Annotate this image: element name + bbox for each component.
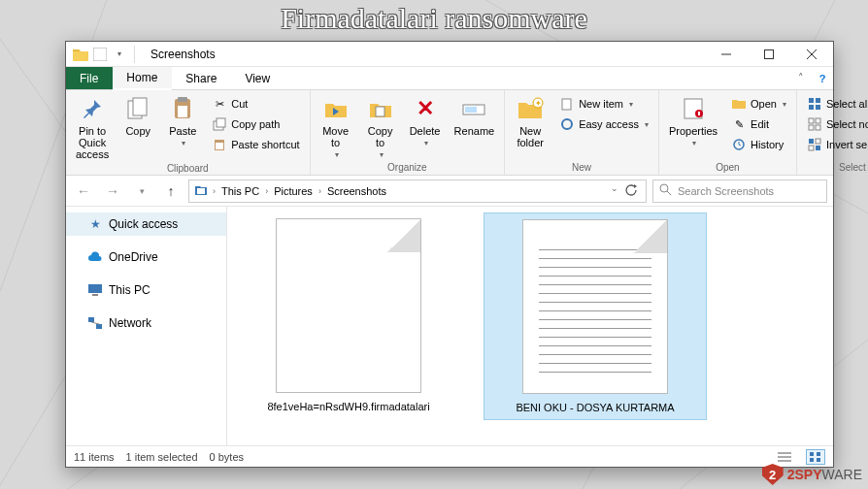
svg-rect-13 [133,98,147,115]
file-icon [276,218,421,393]
app-icon [91,46,109,63]
file-list[interactable]: 8fe1veHa=nRsdWH9.firmadatalari BENI OKU … [227,207,833,445]
navigation-pane: ★ Quick access OneDrive This PC [66,207,227,445]
addr-dropdown-icon[interactable]: ⌄ [611,183,618,199]
search-input[interactable]: Search Screenshots [652,179,827,203]
svg-rect-20 [216,143,223,149]
details-view-button[interactable] [775,449,794,465]
tab-home[interactable]: Home [113,67,172,90]
watermark: 2 2SPYWARE [762,464,862,485]
rename-icon [459,94,488,123]
easy-access-button[interactable]: Easy access▾ [555,114,652,134]
invert-selection-button[interactable]: Invert selection [803,135,868,154]
svg-rect-42 [809,146,814,150]
move-to-button[interactable]: Move to▾ [315,92,357,161]
easy-access-icon [559,116,575,132]
nav-up-button[interactable]: ↑ [159,179,183,203]
svg-rect-37 [816,118,820,123]
nav-forward-button[interactable]: → [101,179,124,203]
chevron-right-icon[interactable]: › [263,186,270,196]
svg-rect-15 [178,97,187,102]
tab-view[interactable]: View [231,67,284,89]
refresh-icon[interactable] [624,183,638,199]
svg-text:✦: ✦ [535,99,542,108]
select-all-button[interactable]: Select all [803,94,868,114]
pin-to-quick-access-button[interactable]: Pin to Quick access [70,92,115,162]
svg-rect-30 [698,112,700,115]
rename-button[interactable]: Rename [449,92,501,139]
window-titlebar: ▾ Screenshots [66,42,833,67]
cut-button[interactable]: ✂ Cut [208,94,303,114]
file-item-selected[interactable]: BENI OKU - DOSYA KURTARMA [484,212,707,420]
file-item[interactable]: 8fe1veHa=nRsdWH9.firmadatalari [237,212,460,418]
pin-icon [78,94,107,123]
pin-label: Pin to Quick access [76,125,109,160]
nav-recent-button[interactable]: ▾ [130,179,153,203]
breadcrumb[interactable]: Screenshots [325,185,388,197]
copy-button[interactable]: Copy [117,92,159,139]
nav-back-button[interactable]: ← [72,179,95,203]
shield-icon: 2 [762,464,784,485]
chevron-right-icon[interactable]: › [211,186,217,196]
history-icon [731,137,747,152]
icons-view-button[interactable] [806,449,825,465]
svg-rect-9 [765,49,774,58]
qat-dropdown-icon[interactable]: ▾ [111,46,128,63]
paste-button[interactable]: Paste ▾ [161,92,204,149]
new-item-icon [559,96,575,112]
status-bar: 11 items 1 item selected 0 bytes [66,445,833,467]
properties-icon [679,94,708,123]
breadcrumb[interactable]: This PC [219,185,261,197]
edit-button[interactable]: ✎ Edit [727,114,790,134]
address-field[interactable]: › This PC › Pictures › Screenshots ⌄ [188,179,647,203]
folder-icon [193,183,209,199]
svg-rect-56 [817,452,820,456]
history-button[interactable]: History [727,135,790,154]
open-button[interactable]: Open▾ [727,94,790,114]
svg-rect-36 [809,118,814,123]
window-title: Screenshots [145,48,705,61]
svg-rect-55 [810,452,814,456]
svg-rect-7 [93,48,107,61]
scissors-icon: ✂ [212,96,227,112]
select-none-icon [807,116,822,132]
svg-rect-47 [88,284,102,293]
help-icon[interactable]: ? [812,67,833,89]
svg-rect-58 [817,458,820,462]
svg-rect-39 [816,125,820,130]
tab-share[interactable]: Share [172,67,231,89]
group-label-organize: Organize [315,161,501,175]
edit-icon: ✎ [731,116,747,132]
tab-file[interactable]: File [66,67,113,89]
paste-shortcut-button[interactable]: Paste shortcut [208,135,303,154]
chevron-right-icon[interactable]: › [317,186,323,196]
text-file-icon [522,219,668,394]
delete-button[interactable]: ✕ Delete▾ [404,92,447,149]
computer-icon [87,282,103,298]
watermark-brand-a: 2SPY [787,467,822,482]
copy-to-button[interactable]: Copy to▾ [359,92,402,161]
new-folder-button[interactable]: ✦ New folder [509,92,551,150]
status-selection: 1 item selected [126,451,198,463]
new-item-button[interactable]: New item▾ [555,94,652,114]
maximize-button[interactable] [748,42,790,67]
minimize-button[interactable] [705,42,748,67]
folder-icon [72,46,89,63]
breadcrumb[interactable]: Pictures [272,185,315,197]
copy-label: Copy [125,125,150,137]
file-name: BENI OKU - DOSYA KURTARMA [516,402,674,413]
properties-button[interactable]: Properties▾ [663,92,723,149]
nav-onedrive[interactable]: OneDrive [66,245,226,269]
group-label-clipboard: Clipboard [70,162,306,176]
ribbon-tabs: File Home Share View ˄ ? [66,67,833,90]
search-icon [659,183,672,198]
copy-path-icon [212,116,227,132]
nav-quick-access[interactable]: ★ Quick access [66,212,226,236]
collapse-ribbon-icon[interactable]: ˄ [790,67,812,89]
nav-this-pc[interactable]: This PC [66,278,226,302]
close-button[interactable] [790,42,833,67]
svg-rect-26 [562,99,571,110]
nav-network[interactable]: Network [66,311,226,335]
copy-path-button[interactable]: Copy path [208,114,303,134]
select-none-button[interactable]: Select none [803,114,868,134]
